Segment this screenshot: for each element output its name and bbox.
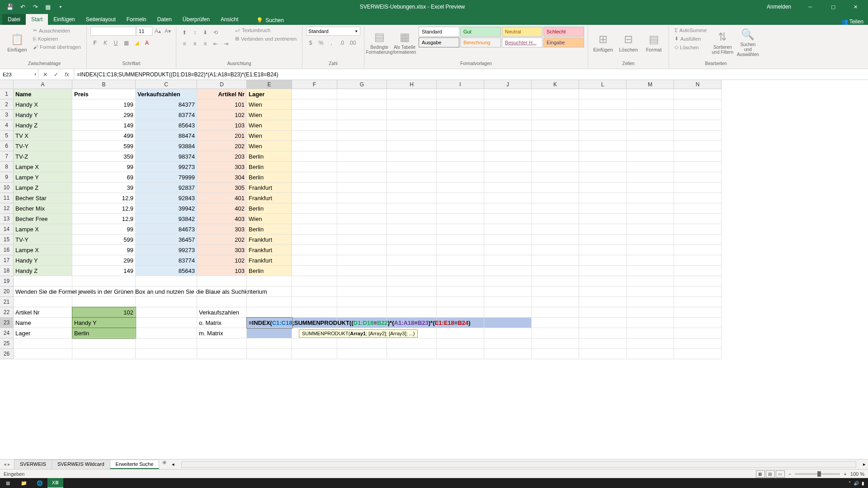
decrease-decimal-icon[interactable]: .00 bbox=[348, 38, 357, 47]
cell-M19[interactable] bbox=[627, 276, 674, 286]
cell-E18[interactable]: Berlin bbox=[247, 266, 292, 276]
cell-B11[interactable]: 12,9 bbox=[72, 193, 136, 203]
style-standard[interactable]: Standard bbox=[419, 27, 459, 37]
row-header[interactable]: 18 bbox=[0, 266, 14, 276]
cell-H21[interactable] bbox=[387, 297, 437, 307]
cell-B24[interactable]: Berlin bbox=[72, 328, 136, 338]
align-right-icon[interactable]: ≡ bbox=[201, 39, 210, 48]
cell-J6[interactable] bbox=[484, 141, 532, 151]
cell-L13[interactable] bbox=[579, 214, 627, 224]
cell-I9[interactable] bbox=[437, 172, 484, 183]
cell-E20[interactable] bbox=[247, 286, 292, 297]
cell-C15[interactable]: 36457 bbox=[136, 235, 197, 245]
sheet-tab-erweitert[interactable]: Erweiterte Suche bbox=[110, 460, 160, 469]
cell-F7[interactable] bbox=[292, 151, 337, 162]
cell-H26[interactable] bbox=[387, 349, 437, 359]
row-header[interactable]: 8 bbox=[0, 162, 14, 172]
cell-H6[interactable] bbox=[387, 141, 437, 151]
quickprint-icon[interactable]: ▦ bbox=[44, 3, 52, 11]
cell-H19[interactable] bbox=[387, 276, 437, 286]
cell-K22[interactable] bbox=[532, 307, 579, 318]
row-header[interactable]: 17 bbox=[0, 255, 14, 266]
col-header-M[interactable]: M bbox=[627, 80, 674, 89]
cell-L16[interactable] bbox=[579, 245, 627, 255]
cell-M13[interactable] bbox=[627, 214, 674, 224]
cell-G4[interactable] bbox=[337, 120, 387, 131]
add-sheet-button[interactable]: ⊕ bbox=[159, 460, 170, 469]
cell-N9[interactable] bbox=[674, 172, 722, 183]
name-box[interactable]: E23 bbox=[0, 69, 38, 80]
row-header[interactable]: 16 bbox=[0, 245, 14, 255]
cell-J20[interactable] bbox=[484, 286, 532, 297]
cell-E25[interactable] bbox=[247, 338, 292, 349]
cell-M24[interactable] bbox=[627, 328, 674, 338]
cell-C20[interactable] bbox=[136, 286, 197, 297]
cell-H5[interactable] bbox=[387, 131, 437, 141]
cell-A19[interactable] bbox=[14, 276, 72, 286]
cell-K20[interactable] bbox=[532, 286, 579, 297]
cell-N22[interactable] bbox=[674, 307, 722, 318]
cell-I11[interactable] bbox=[437, 193, 484, 203]
cell-C26[interactable] bbox=[136, 349, 197, 359]
cell-H11[interactable] bbox=[387, 193, 437, 203]
cell-N25[interactable] bbox=[674, 338, 722, 349]
cell-F10[interactable] bbox=[292, 183, 337, 193]
col-header-H[interactable]: H bbox=[387, 80, 437, 89]
cell-F13[interactable] bbox=[292, 214, 337, 224]
cell-L3[interactable] bbox=[579, 110, 627, 120]
cell-F11[interactable] bbox=[292, 193, 337, 203]
cell-M12[interactable] bbox=[627, 203, 674, 214]
cell-J24[interactable] bbox=[484, 328, 532, 338]
cell-G21[interactable] bbox=[337, 297, 387, 307]
cell-K11[interactable] bbox=[532, 193, 579, 203]
cell-G8[interactable] bbox=[337, 162, 387, 172]
cell-J7[interactable] bbox=[484, 151, 532, 162]
cell-G25[interactable] bbox=[337, 338, 387, 349]
cell-L14[interactable] bbox=[579, 224, 627, 235]
cell-J3[interactable] bbox=[484, 110, 532, 120]
cell-F4[interactable] bbox=[292, 120, 337, 131]
cell-A16[interactable]: Lampe X bbox=[14, 245, 72, 255]
cell-H1[interactable] bbox=[387, 89, 437, 99]
row-header[interactable]: 26 bbox=[0, 349, 14, 359]
copy-button[interactable]: ⎘Kopieren bbox=[31, 35, 83, 42]
tab-insert[interactable]: Einfügen bbox=[48, 14, 80, 25]
cell-L1[interactable] bbox=[579, 89, 627, 99]
cell-F16[interactable] bbox=[292, 245, 337, 255]
format-cells-button[interactable]: ▤Format bbox=[642, 27, 665, 58]
cell-C8[interactable]: 99273 bbox=[136, 162, 197, 172]
accept-formula-icon[interactable]: ✓ bbox=[51, 70, 61, 79]
cell-L22[interactable] bbox=[579, 307, 627, 318]
col-header-K[interactable]: K bbox=[532, 80, 579, 89]
view-normal-icon[interactable]: ▦ bbox=[756, 470, 765, 478]
volume-icon[interactable]: 🔊 bbox=[854, 481, 859, 486]
cell-B13[interactable]: 12,9 bbox=[72, 214, 136, 224]
row-header[interactable]: 19 bbox=[0, 276, 14, 286]
cell-E7[interactable]: Berlin bbox=[247, 151, 292, 162]
cell-M4[interactable] bbox=[627, 120, 674, 131]
cell-K3[interactable] bbox=[532, 110, 579, 120]
cell-G15[interactable] bbox=[337, 235, 387, 245]
cell-M7[interactable] bbox=[627, 151, 674, 162]
cell-E23[interactable]: =INDEX(C1:C18;SUMMENPRODUKT((D1:D18=B22)… bbox=[247, 318, 292, 328]
cell-C1[interactable]: Verkaufszahlen bbox=[136, 89, 197, 99]
cell-M9[interactable] bbox=[627, 172, 674, 183]
style-ausgabe[interactable]: Ausgabe bbox=[419, 38, 459, 47]
col-header-I[interactable]: I bbox=[437, 80, 484, 89]
row-header[interactable]: 1 bbox=[0, 89, 14, 99]
cell-G19[interactable] bbox=[337, 276, 387, 286]
zoom-level[interactable]: 100 % bbox=[850, 471, 864, 477]
row-header[interactable]: 5 bbox=[0, 131, 14, 141]
cell-N21[interactable] bbox=[674, 297, 722, 307]
cell-J4[interactable] bbox=[484, 120, 532, 131]
cell-F17[interactable] bbox=[292, 255, 337, 266]
cell-L24[interactable] bbox=[579, 328, 627, 338]
cell-L20[interactable] bbox=[579, 286, 627, 297]
tab-formulas[interactable]: Formeln bbox=[121, 14, 152, 25]
row-header[interactable]: 15 bbox=[0, 235, 14, 245]
cell-K10[interactable] bbox=[532, 183, 579, 193]
cell-E8[interactable]: Berlin bbox=[247, 162, 292, 172]
style-eingabe[interactable]: Eingabe bbox=[543, 38, 584, 47]
row-header[interactable]: 22 bbox=[0, 307, 14, 318]
cell-A8[interactable]: Lampe X bbox=[14, 162, 72, 172]
